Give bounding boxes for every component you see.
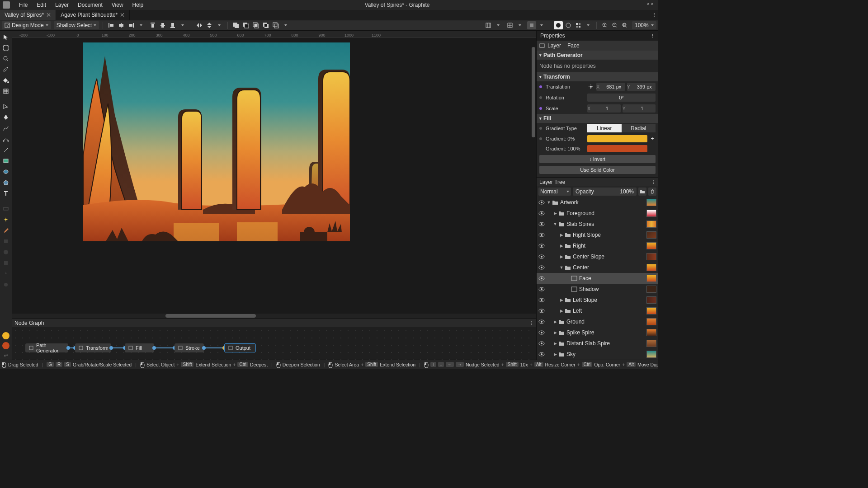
expand-icon[interactable]: ▼ <box>559 265 564 270</box>
zoom-level-dropdown[interactable]: 100% <box>632 21 656 29</box>
canvas-viewport[interactable] <box>12 38 536 314</box>
menu-edit[interactable]: Edit <box>32 1 51 9</box>
polygon-tool[interactable] <box>1 178 10 187</box>
expand-icon[interactable]: ▶ <box>553 319 557 324</box>
visibility-icon[interactable] <box>538 210 545 216</box>
expand-icon[interactable]: ▶ <box>559 233 564 237</box>
visibility-icon[interactable] <box>538 340 545 347</box>
secondary-color-swatch[interactable] <box>2 342 9 349</box>
gradtype-radial[interactable]: Radial <box>622 124 656 132</box>
freehand-tool[interactable] <box>1 124 10 133</box>
expand-icon[interactable]: ▶ <box>559 244 564 248</box>
visibility-icon[interactable] <box>538 243 545 249</box>
bool-difference-button[interactable] <box>261 21 270 29</box>
brush-tool[interactable] <box>1 226 10 235</box>
layer-row[interactable]: ▶Distant Slab Spire <box>537 338 658 349</box>
translation-y-input[interactable]: Y399 px <box>627 83 656 91</box>
artboard-tool[interactable] <box>1 43 10 52</box>
nodegraph-canvas[interactable]: Path GeneratorTransformFillStrokeOutput <box>12 327 536 360</box>
menu-help[interactable]: Help <box>128 1 148 9</box>
stop1-swatch[interactable] <box>587 145 647 152</box>
expand-icon[interactable]: ▶ <box>553 352 557 357</box>
zoom-fit-button[interactable] <box>620 21 629 29</box>
layer-row[interactable]: ▶Spike Spire <box>537 327 658 338</box>
swap-colors-icon[interactable]: ⇄ <box>4 353 8 358</box>
scroll-h[interactable] <box>12 314 536 318</box>
crumb-leaf[interactable]: Face <box>567 42 580 49</box>
window-controls[interactable] <box>646 3 656 7</box>
align-v-more[interactable] <box>178 21 187 29</box>
doc-tab[interactable]: Agave Plant Silhouette* <box>56 10 130 20</box>
layer-row[interactable]: ▶Ground <box>537 316 658 327</box>
layer-row[interactable]: ▶Right <box>537 240 658 251</box>
blend-mode-dropdown[interactable]: Normal <box>538 188 571 196</box>
bool-more[interactable] <box>281 21 290 29</box>
section-pathgen[interactable]: ▾Path Generator <box>537 51 658 60</box>
layer-row[interactable]: ▼Slab Spires <box>537 219 658 230</box>
gradient-tool[interactable] <box>1 87 10 96</box>
rotation-input[interactable]: 0° <box>587 94 656 102</box>
visibility-icon[interactable] <box>538 319 545 325</box>
ellipse-tool[interactable] <box>1 167 10 176</box>
flip-v-button[interactable] <box>205 21 214 29</box>
node-fill[interactable]: Fill <box>125 343 154 352</box>
visibility-icon[interactable] <box>538 329 545 336</box>
snap-more[interactable] <box>494 21 503 29</box>
close-tab-icon[interactable] <box>47 13 51 17</box>
node-path-generator[interactable]: Path Generator <box>25 343 68 352</box>
menu-view[interactable]: View <box>107 1 128 9</box>
overlays-more[interactable] <box>537 21 546 29</box>
overlays-button[interactable] <box>527 21 536 29</box>
bool-union-button[interactable] <box>231 21 241 29</box>
imaginate-tool[interactable] <box>1 215 10 224</box>
expand-icon[interactable]: ▶ <box>559 254 564 259</box>
tabs-menu-icon[interactable] <box>650 10 658 20</box>
line-tool[interactable] <box>1 145 10 155</box>
scale-y-input[interactable]: Y1 <box>623 104 656 113</box>
zoom-in-button[interactable] <box>600 21 609 29</box>
design-mode-dropdown[interactable]: Design Mode <box>2 21 51 29</box>
text-tool[interactable] <box>1 189 10 198</box>
node-output[interactable]: Output <box>224 343 256 352</box>
expand-icon[interactable]: ▶ <box>559 298 564 302</box>
primary-color-swatch[interactable] <box>2 332 9 339</box>
flip-more[interactable] <box>215 21 224 29</box>
doc-tab[interactable]: Valley of Spires* <box>0 10 56 20</box>
visibility-icon[interactable] <box>538 286 545 292</box>
zoom-out-button[interactable] <box>610 21 619 29</box>
visibility-icon[interactable] <box>538 275 545 282</box>
translation-origin-icon[interactable] <box>587 83 594 90</box>
pen-tool[interactable] <box>1 113 10 122</box>
expand-icon[interactable]: ▼ <box>553 222 557 226</box>
layer-row[interactable]: ▶Left <box>537 305 658 316</box>
viewmode-pixel-button[interactable] <box>574 21 583 29</box>
add-stop-button[interactable]: + <box>649 136 656 142</box>
rectangle-tool[interactable] <box>1 156 10 165</box>
align-center-v-button[interactable] <box>158 21 167 29</box>
align-center-h-button[interactable] <box>117 21 126 29</box>
align-right-button[interactable] <box>127 21 136 29</box>
bool-intersect-button[interactable] <box>251 21 260 29</box>
visibility-icon[interactable] <box>538 297 545 303</box>
layertree-menu-icon[interactable] <box>651 180 656 184</box>
visibility-icon[interactable] <box>538 221 545 227</box>
spline-tool[interactable] <box>1 135 10 144</box>
scale-x-input[interactable]: X1 <box>587 104 621 113</box>
crumb-layer[interactable]: Layer <box>547 42 561 49</box>
node-transform[interactable]: Transform <box>75 343 111 352</box>
opacity-input[interactable]: Opacity100% <box>573 188 637 196</box>
path-tool[interactable] <box>1 102 10 111</box>
bool-divide-button[interactable] <box>271 21 280 29</box>
expand-icon[interactable] <box>566 276 570 281</box>
expand-icon[interactable] <box>566 287 570 291</box>
scroll-v[interactable] <box>532 38 535 314</box>
menu-file[interactable]: File <box>14 1 32 9</box>
node-stroke[interactable]: Stroke <box>175 343 204 352</box>
grid-more[interactable] <box>515 21 524 29</box>
fill-tool[interactable] <box>1 76 10 85</box>
expand-icon[interactable]: ▶ <box>553 341 557 346</box>
properties-tab[interactable]: Properties <box>537 31 658 41</box>
viewmode-normal-button[interactable] <box>554 21 563 29</box>
flip-h-button[interactable] <box>195 21 204 29</box>
layer-row[interactable]: ▼Center <box>537 262 658 273</box>
